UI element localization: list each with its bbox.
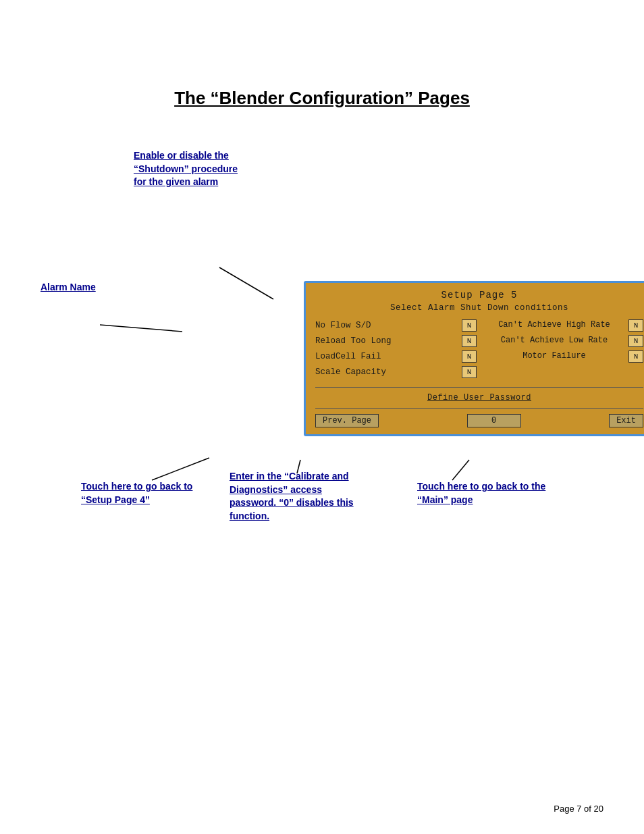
annotation-enter-calibrate: Enter in the “Calibrate and Diagnostics”… — [230, 470, 371, 523]
screen-subtitle: Select Alarm Shut Down conditions — [315, 303, 643, 313]
page-footer: Page 7 of 20 — [554, 804, 603, 814]
alarm-label-4: Scale Capacity — [315, 367, 460, 377]
screen-bottom-bar: Prev. Page 0 Exit — [315, 414, 643, 427]
annotation-enable: Enable or disable the “Shutdown” procedu… — [134, 149, 242, 189]
define-password[interactable]: Define User Password — [315, 393, 643, 402]
annotation-touch-main: Touch here to go back to the “Main” page — [417, 480, 552, 506]
alarm-label-2: Reload Too Long — [315, 336, 460, 346]
svg-line-2 — [152, 458, 209, 480]
alarm-label-r2: Can't Achieve Low Rate — [482, 336, 626, 346]
alarm-btn-2[interactable]: N — [462, 335, 477, 347]
alarm-btn-4[interactable]: N — [462, 366, 477, 378]
screen-display: Setup Page 5 Select Alarm Shut Down cond… — [304, 281, 644, 436]
alarm-label-3: LoadCell Fail — [315, 352, 460, 361]
alarm-label-r1: Can't Achieve High Rate — [482, 320, 626, 331]
exit-button[interactable]: Exit — [609, 414, 643, 427]
svg-line-4 — [452, 460, 469, 480]
alarm-btn-1[interactable]: N — [462, 319, 477, 332]
alarm-btn-r3[interactable]: N — [628, 350, 643, 363]
svg-line-1 — [100, 325, 182, 332]
annotation-touch-back: Touch here to go back to “Setup Page 4” — [81, 480, 199, 506]
alarm-btn-r2[interactable]: N — [628, 335, 643, 347]
center-value-field[interactable]: 0 — [467, 414, 521, 427]
alarm-row-r1: Can't Achieve High Rate N — [482, 319, 643, 332]
alarm-row-3: LoadCell Fail N — [315, 350, 477, 363]
prev-page-button[interactable]: Prev. Page — [315, 414, 379, 427]
alarm-btn-3[interactable]: N — [462, 350, 477, 363]
alarm-row-4: Scale Capacity N — [315, 366, 477, 378]
alarm-row-1: No Flow S/D N — [315, 319, 477, 332]
alarm-row-r2: Can't Achieve Low Rate N — [482, 335, 643, 347]
alarm-row-2: Reload Too Long N — [315, 335, 477, 347]
page-title: The “Blender Configuration” Pages — [0, 88, 644, 109]
alarm-label-r3: Motor Failure — [482, 351, 626, 362]
alarm-btn-r1[interactable]: N — [628, 319, 643, 332]
svg-line-0 — [219, 267, 273, 299]
alarm-label-1: No Flow S/D — [315, 321, 460, 330]
screen-title: Setup Page 5 — [315, 290, 643, 301]
annotation-alarm: Alarm Name — [41, 281, 101, 294]
alarm-row-r3: Motor Failure N — [482, 350, 643, 363]
